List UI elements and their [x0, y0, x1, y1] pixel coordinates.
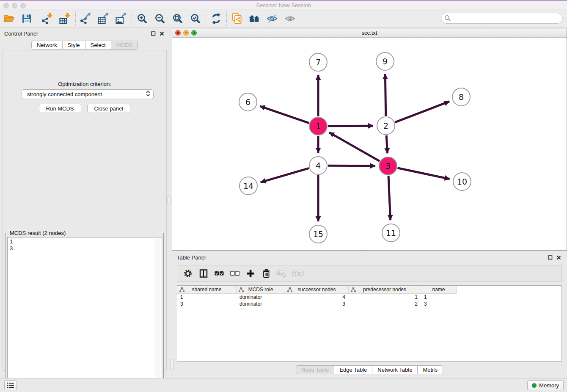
- edge-1-6[interactable]: [260, 106, 309, 123]
- tab-network[interactable]: Network: [31, 41, 63, 50]
- node-10[interactable]: 10: [453, 173, 471, 190]
- export-table-icon: [98, 13, 110, 24]
- delete-table-button[interactable]: [274, 267, 289, 280]
- memory-button[interactable]: Memory: [527, 380, 564, 390]
- deselect-all-button[interactable]: [227, 267, 242, 280]
- task-history-button[interactable]: [4, 380, 17, 390]
- edge-2-9[interactable]: [385, 74, 385, 116]
- open-session-button[interactable]: [0, 11, 18, 27]
- column-header-predecessor-nodes[interactable]: predecessor nodes: [349, 286, 421, 294]
- home-button[interactable]: [246, 11, 264, 27]
- table-cell[interactable]: dominator: [237, 301, 285, 307]
- run-mcds-button[interactable]: Run MCDS: [39, 104, 81, 113]
- function-builder-button[interactable]: f(x): [289, 267, 305, 280]
- node-6[interactable]: 6: [239, 93, 257, 111]
- app-titlebar: Session: New Session: [0, 0, 567, 9]
- table-cell[interactable]: 3: [285, 301, 349, 307]
- edge-2-8[interactable]: [395, 102, 449, 122]
- node-3[interactable]: 3: [379, 157, 397, 175]
- table-row[interactable]: 3dominator323: [177, 301, 561, 307]
- show-columns-button[interactable]: [195, 267, 211, 280]
- node-14[interactable]: 14: [239, 177, 257, 195]
- copy-network-button[interactable]: [228, 11, 246, 27]
- node-11[interactable]: 11: [382, 224, 400, 242]
- table-cell[interactable]: 1: [421, 294, 457, 301]
- open-session-icon: [3, 14, 14, 24]
- close-panel-pushbutton[interactable]: Close panel: [87, 104, 131, 113]
- column-header-successor-nodes[interactable]: successor nodes: [285, 286, 349, 294]
- table-tab-motifs[interactable]: Motifs: [418, 365, 443, 374]
- optimization-criterion-select[interactable]: strongly connected component: [22, 89, 154, 99]
- refresh-layout-icon: [211, 13, 222, 24]
- refresh-layout-button[interactable]: [207, 11, 225, 27]
- column-header-shared-name[interactable]: shared name: [177, 286, 237, 294]
- import-network-button[interactable]: [39, 11, 56, 27]
- import-table-button[interactable]: [56, 11, 74, 27]
- search-input[interactable]: [441, 13, 563, 24]
- home-icon: [248, 14, 261, 24]
- edge-4-3[interactable]: [328, 166, 375, 166]
- table-cell[interactable]: 3: [177, 301, 237, 307]
- close-panel-button[interactable]: [158, 30, 165, 37]
- zoom-in-button[interactable]: [133, 11, 151, 27]
- node-1[interactable]: 1: [309, 117, 327, 135]
- network-titlebar[interactable]: scc.txt: [172, 28, 567, 38]
- save-session-icon: [22, 14, 32, 24]
- network-canvas[interactable]: 1234678910111415: [172, 38, 567, 250]
- table-tab-node-table[interactable]: Node Table: [296, 365, 335, 374]
- node-table[interactable]: shared nameMCDS rolesuccessor nodesprede…: [177, 285, 562, 362]
- node-7[interactable]: 7: [309, 53, 327, 71]
- export-network-button[interactable]: [77, 11, 95, 27]
- table-cell[interactable]: 1: [349, 294, 421, 301]
- column-header-name[interactable]: name: [421, 286, 457, 294]
- show-eye-icon: [284, 14, 296, 23]
- column-header-label: predecessor nodes: [363, 287, 406, 293]
- node-4[interactable]: 4: [309, 157, 327, 174]
- node-9[interactable]: 9: [376, 52, 394, 70]
- select-all-button[interactable]: [211, 267, 227, 280]
- delete-column-button[interactable]: [258, 267, 274, 280]
- node-8[interactable]: 8: [452, 88, 470, 106]
- table-cell[interactable]: 4: [285, 294, 349, 301]
- export-table-button[interactable]: [95, 11, 113, 27]
- edge-4-14[interactable]: [261, 168, 309, 182]
- zoom-selected-button[interactable]: [187, 11, 204, 27]
- zoom-fit-button[interactable]: [169, 11, 187, 27]
- tab-mcds[interactable]: MCDS: [111, 41, 138, 50]
- mcds-result-text[interactable]: 13: [7, 237, 162, 388]
- network-graph[interactable]: 1234678910111415: [172, 38, 567, 250]
- edge-2-3[interactable]: [386, 135, 387, 153]
- table-settings-button[interactable]: [180, 267, 195, 280]
- table-cell[interactable]: 3: [421, 301, 457, 307]
- export-network-icon: [80, 13, 92, 24]
- table-tab-edge-table[interactable]: Edge Table: [334, 365, 372, 374]
- table-float-button[interactable]: [547, 254, 553, 261]
- node-2[interactable]: 2: [377, 117, 395, 135]
- edge-3-1[interactable]: [329, 133, 380, 161]
- edge-3-11[interactable]: [388, 176, 391, 220]
- hide-eye-button[interactable]: [264, 11, 281, 27]
- export-image-button[interactable]: [113, 11, 130, 27]
- edge-1-2[interactable]: [328, 126, 373, 126]
- table-cell[interactable]: dominator: [237, 294, 285, 301]
- table-row[interactable]: 1dominator411: [177, 294, 561, 301]
- control-panel-title: Control Panel: [4, 30, 148, 37]
- table-cell[interactable]: 2: [349, 301, 421, 307]
- column-header-MCDS-role[interactable]: MCDS role: [237, 286, 285, 294]
- node-label: 11: [386, 228, 396, 237]
- float-panel-button[interactable]: [150, 30, 157, 37]
- show-eye-button[interactable]: [281, 11, 299, 27]
- add-column-button[interactable]: [242, 267, 258, 280]
- zoom-out-button[interactable]: [151, 11, 169, 27]
- tab-select[interactable]: Select: [85, 41, 111, 50]
- tab-style[interactable]: Style: [63, 41, 85, 50]
- result-scrollbar[interactable]: [155, 239, 160, 386]
- table-tab-network-table[interactable]: Network Table: [372, 365, 418, 374]
- float-icon: [548, 255, 553, 260]
- node-15[interactable]: 15: [309, 225, 327, 243]
- table-close-button[interactable]: [555, 254, 562, 261]
- table-cell[interactable]: 1: [177, 294, 237, 301]
- vertical-splitter-grip[interactable]: [168, 196, 171, 204]
- edge-3-10[interactable]: [398, 168, 450, 179]
- save-session-button[interactable]: [18, 11, 36, 27]
